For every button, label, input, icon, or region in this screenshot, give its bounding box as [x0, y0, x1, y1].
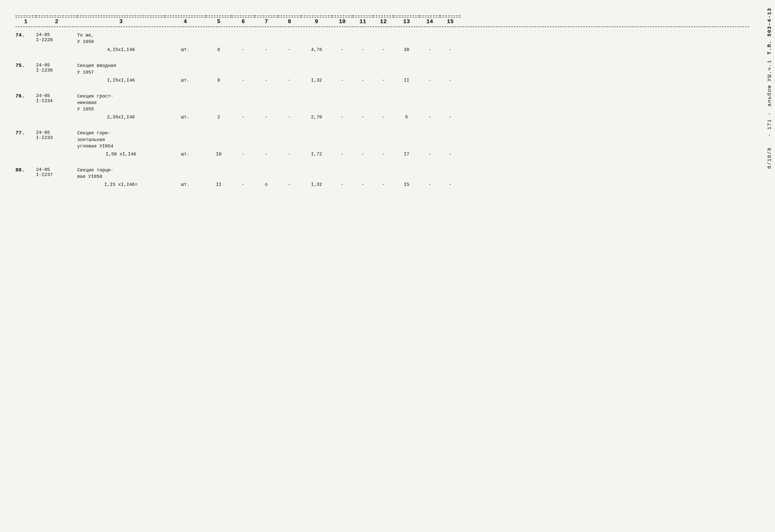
entry-74-data: 4,I5xI,I46 шт. 8 - - - 4,76 - - - 38 - - [15, 47, 749, 52]
entry-75-desc: Секция вводная У 1057 [77, 63, 165, 75]
entry-76-col11: - [352, 114, 373, 120]
entry-77-col12: - [373, 152, 394, 157]
entry-74-col8: - [278, 47, 301, 52]
entry-75-code: 24-05 I-I236 [36, 63, 77, 73]
col-header-4: 4 [165, 15, 206, 25]
entry-76-code: 24-05 I-I234 [36, 93, 77, 103]
entry-77-desc: Секция гори- зонтальная угловая УI054 [77, 130, 165, 149]
entry-75-col8: - [278, 78, 301, 83]
entry-76-num: 76. [15, 93, 36, 99]
col-header-12: 12 [373, 15, 394, 25]
entry-74-code: 24-05 I-I228 [36, 32, 77, 42]
entry-77-col13: I7 [394, 152, 420, 157]
entry-76-unit: шт. [165, 114, 206, 120]
entry-88-col5: II [206, 182, 231, 187]
col-header-8: 8 [278, 15, 301, 25]
entry-74-col9: 4,76 [301, 47, 332, 52]
entry-88-col7: о [255, 182, 278, 187]
entry-74-col11: - [352, 47, 373, 52]
entry-76-col12: - [373, 114, 394, 120]
col-header-5: 5 [206, 15, 231, 25]
entry-76-col5: 2 [206, 114, 231, 120]
entry-74-desc: То же, У 1050 [77, 32, 165, 45]
col-header-3: 3 [77, 15, 165, 25]
entry-74: 74. 24-05 I-I228 То же, У 1050 4,I5xI,I4… [15, 32, 749, 52]
entry-75-unit: шт. [165, 78, 206, 83]
column-headers: 1 2 3 4 5 6 7 8 9 10 11 [15, 15, 749, 27]
entry-74-col7: - [255, 47, 278, 52]
entry-77-col9: I,72 [301, 152, 332, 157]
entries-container: 74. 24-05 I-I228 То же, У 1050 4,I5xI,I4… [15, 32, 749, 187]
entry-75: 75. 24-05 I-I236 Секция вводная У 1057 I… [15, 63, 749, 83]
entry-76-data: 2,35xI,I46 шт. 2 - - - 2,70 - - - 5 - - [15, 114, 749, 120]
entry-77-col8: - [278, 152, 301, 157]
entry-88-header: 88. 24-05 I-I237 Секция торце- вая УI058 [15, 167, 749, 180]
entry-88-col11: - [352, 182, 373, 187]
entry-77-col5: I0 [206, 152, 231, 157]
entry-75-num: 75. [15, 63, 36, 68]
col-header-11: 11 [352, 15, 373, 25]
entry-75-col6: - [231, 78, 255, 83]
col-header-7: 7 [255, 15, 278, 25]
col-header-15: 15 [440, 15, 461, 25]
entry-75-col7: - [255, 78, 278, 83]
entry-75-col14: - [420, 78, 440, 83]
entry-75-col9: I,32 [301, 78, 332, 83]
entry-75-header: 75. 24-05 I-I236 Секция вводная У 1057 [15, 63, 749, 75]
entry-77-dims: I,50 xI,I46 [77, 152, 165, 157]
entry-74-dims: 4,I5xI,I46 [77, 47, 165, 52]
entry-77: 77. 24-05 I-I233 Секция гори- зонтальная… [15, 130, 749, 157]
entry-88-col9: I,32 [301, 182, 332, 187]
page: Т.П. 503-4-13 альбом УШ.ч.1 - 171 - 8/18… [0, 0, 775, 532]
entry-88-data: I,I5 xI,I46= шт. II - о - I,32 - - - I5 … [15, 182, 749, 187]
entry-88-col10: - [332, 182, 352, 187]
entry-75-col10: - [332, 78, 352, 83]
entry-74-unit: шт. [165, 47, 206, 52]
entry-76-col13: 5 [394, 114, 420, 120]
entry-77-header: 77. 24-05 I-I233 Секция гори- зонтальная… [15, 130, 749, 149]
entry-88-col12: - [373, 182, 394, 187]
entry-77-code: 24-05 I-I233 [36, 130, 77, 140]
entry-74-col6: - [231, 47, 255, 52]
col-header-13: 13 [394, 15, 420, 25]
entry-74-num: 74. [15, 32, 36, 38]
entry-76-col9: 2,70 [301, 114, 332, 120]
right-label-num1: - 171 - [767, 112, 772, 137]
entry-74-col13: 38 [394, 47, 420, 52]
right-label-num2: 8/18/8 [767, 147, 772, 169]
right-label-album: альбом УШ.ч.1 [767, 60, 772, 106]
entry-76-col7: - [255, 114, 278, 120]
entry-88-dims: I,I5 xI,I46= [77, 182, 165, 187]
entry-88-col6: - [231, 182, 255, 187]
entry-75-col5: 8 [206, 78, 231, 83]
entry-75-col15: - [440, 78, 461, 83]
entry-76-col10: - [332, 114, 352, 120]
entry-76-desc: Секция грост- никовая У 1055 [77, 93, 165, 113]
entry-74-col10: - [332, 47, 352, 52]
entry-88-desc: Секция торце- вая УI058 [77, 167, 165, 180]
entry-88: 88. 24-05 I-I237 Секция торце- вая УI058… [15, 167, 749, 187]
entry-74-col12: - [373, 47, 394, 52]
entry-77-col15: - [440, 152, 461, 157]
entry-75-dims: I,I5xI,I46 [77, 78, 165, 83]
entry-77-unit: шт. [165, 152, 206, 157]
entry-77-num: 77. [15, 130, 36, 136]
entry-74-col14: - [420, 47, 440, 52]
entry-77-col10: - [332, 152, 352, 157]
entry-88-num: 88. [15, 167, 36, 173]
entry-75-col13: II [394, 78, 420, 83]
entry-77-col14: - [420, 152, 440, 157]
entry-75-col12: - [373, 78, 394, 83]
entry-76: 76. 24-05 I-I234 Секция грост- никовая У… [15, 93, 749, 120]
entry-74-col15: - [440, 47, 461, 52]
entry-76-header: 76. 24-05 I-I234 Секция грост- никовая У… [15, 93, 749, 113]
entry-74-col5: 8 [206, 47, 231, 52]
entry-76-dims: 2,35xI,I46 [77, 114, 165, 120]
col-header-1: 1 [15, 15, 36, 25]
right-labels: Т.П. 503-4-13 альбом УШ.ч.1 - 171 - 8/18… [767, 0, 772, 532]
entry-88-col14: - [420, 182, 440, 187]
entry-77-col11: - [352, 152, 373, 157]
entry-75-col11: - [352, 78, 373, 83]
entry-77-data: I,50 xI,I46 шт. I0 - - - I,72 - - - I7 -… [15, 152, 749, 157]
entry-76-col6: - [231, 114, 255, 120]
